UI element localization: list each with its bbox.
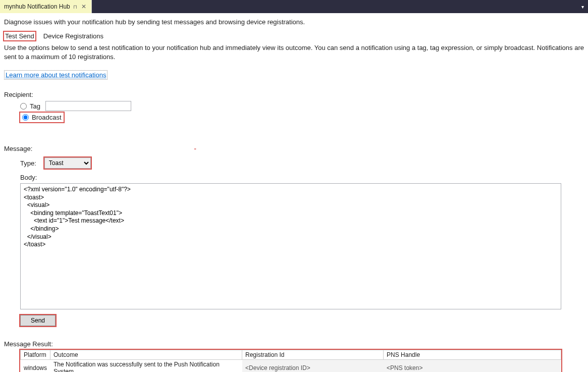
- col-pns-handle: PNS Handle: [384, 350, 561, 360]
- title-bar: mynhub Notification Hub ⊓ ✕ ▾: [0, 0, 588, 13]
- send-button[interactable]: Send: [20, 315, 56, 326]
- recipient-tag-row: Tag: [20, 100, 584, 112]
- tab-device-registrations[interactable]: Device Registrations: [42, 32, 104, 40]
- radio-tag[interactable]: [20, 103, 27, 110]
- message-label: Message:: [4, 145, 32, 152]
- cell-outcome: The Notification was successfully sent t…: [50, 360, 242, 372]
- recipient-broadcast-row: Broadcast: [20, 113, 64, 122]
- col-outcome: Outcome: [50, 350, 242, 360]
- help-text: Use the options below to send a test not…: [4, 43, 584, 61]
- document-tab[interactable]: mynhub Notification Hub ⊓ ✕: [0, 0, 92, 13]
- pin-icon[interactable]: ⊓: [73, 4, 77, 10]
- type-label: Type:: [20, 160, 36, 167]
- radio-broadcast[interactable]: [22, 114, 29, 121]
- cell-platform: windows: [21, 360, 50, 372]
- col-platform: Platform: [21, 350, 50, 360]
- tag-input[interactable]: [45, 101, 131, 111]
- body-textarea[interactable]: [20, 183, 561, 309]
- recipient-label: Recipient:: [4, 91, 584, 98]
- table-header-row: Platform Outcome Registration Id PNS Han…: [21, 350, 561, 360]
- radio-tag-label: Tag: [30, 102, 40, 110]
- table-row[interactable]: windows The Notification was successfull…: [21, 360, 561, 372]
- cell-registration-id: <Device registration ID>: [242, 360, 384, 372]
- sub-tab-strip: Test Send Device Registrations: [4, 32, 584, 40]
- result-table: Platform Outcome Registration Id PNS Han…: [20, 350, 561, 372]
- intro-text: Diagnose issues with your notification h…: [4, 18, 584, 26]
- cell-pns-handle: <PNS token>: [384, 360, 561, 372]
- window-menu-caret-icon[interactable]: ▾: [577, 0, 588, 13]
- learn-more-link[interactable]: Learn more about test notifications: [4, 70, 108, 80]
- tab-title: mynhub Notification Hub: [4, 3, 70, 10]
- col-registration-id: Registration Id: [242, 350, 384, 360]
- tab-test-send[interactable]: Test Send: [4, 32, 35, 40]
- marker-dash: -: [194, 145, 196, 152]
- radio-broadcast-label: Broadcast: [32, 114, 62, 121]
- message-result-label: Message Result:: [4, 340, 584, 348]
- type-select[interactable]: Toast: [44, 157, 91, 169]
- close-icon[interactable]: ✕: [80, 3, 87, 10]
- body-label: Body:: [20, 174, 584, 181]
